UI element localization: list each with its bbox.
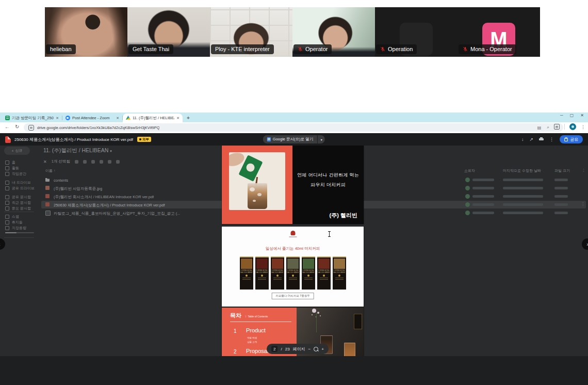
tab-close-icon[interactable]: ✕: [116, 116, 119, 120]
zoom-indicator-icon[interactable]: ⌕: [547, 125, 549, 130]
more-options-icon[interactable]: ⋮: [549, 137, 554, 142]
link-icon[interactable]: [108, 160, 111, 164]
site-settings-icon[interactable]: [28, 125, 34, 131]
downloads-icon[interactable]: [554, 124, 560, 130]
product-label: COFFEE MONG DA COLD BREW: [302, 270, 315, 274]
tab-title: 기관 방문미팅 기록_250718.xl: [12, 116, 54, 121]
open-with-dropdown[interactable]: ▾: [318, 135, 325, 143]
download-icon[interactable]: ↓: [521, 137, 524, 142]
column-header-size[interactable]: 파일 크기: [554, 168, 570, 173]
sidebar-item-workspaces[interactable]: 작업공간: [5, 171, 26, 177]
trash-icon[interactable]: [100, 160, 103, 164]
previous-page-button[interactable]: ‹: [0, 238, 5, 250]
share-button[interactable]: 공유: [560, 135, 583, 143]
tab-sheets[interactable]: 기관 방문미팅 기록_250718.xl ✕: [2, 114, 62, 122]
move-icon[interactable]: [91, 160, 95, 164]
profile-avatar[interactable]: [569, 123, 576, 130]
new-tab-button[interactable]: +: [187, 115, 190, 121]
file-name: contents: [54, 178, 68, 183]
download-icon[interactable]: [83, 160, 87, 164]
pdf-file-icon: [45, 202, 50, 206]
product-label: COFFEE MONG DA COLD BREW: [255, 270, 269, 274]
participant-tile-helieban[interactable]: helieban: [45, 7, 127, 57]
open-in-new-icon[interactable]: ↗: [529, 137, 533, 142]
maximize-button[interactable]: ▢: [570, 113, 574, 118]
column-header-owner[interactable]: 소유자: [464, 168, 475, 173]
sidebar-item-shared-drives[interactable]: 공유 드라이브: [5, 186, 35, 191]
column-header-more-icon[interactable]: ⋮: [582, 168, 585, 172]
open-with-button[interactable]: Google 문서(으)로 열기: [263, 135, 317, 143]
participant-tile-ploy[interactable]: Ploy - KTE interpreter: [210, 7, 292, 57]
minimize-button[interactable]: ─: [560, 113, 563, 118]
more-options-icon[interactable]: [116, 160, 120, 164]
back-icon[interactable]: ←: [5, 124, 10, 130]
participant-tile-operator[interactable]: Operator: [292, 7, 375, 57]
zoom-magnifier-icon[interactable]: [314, 347, 318, 351]
product-line: [304, 278, 313, 278]
plus-icon: +: [11, 149, 13, 153]
tab-close-icon[interactable]: ✕: [176, 116, 179, 120]
participant-name: Operation: [388, 46, 413, 52]
column-header-modified[interactable]: 마지막으로 수정한 날짜: [503, 168, 541, 173]
flower-shape: [312, 309, 316, 313]
clear-selection-icon[interactable]: ✕: [43, 159, 47, 164]
page-number-input[interactable]: 2: [271, 346, 277, 352]
next-page-button[interactable]: ›: [582, 238, 588, 250]
product-label: COFFEE MONG DA COLD BREW: [240, 270, 253, 274]
tab-drive-active[interactable]: 11. (주)헬리빈 / HELIBEAN - G ✕: [123, 114, 183, 122]
muted-mic-icon: [463, 46, 468, 52]
column-label: 이름: [45, 169, 53, 172]
print-icon[interactable]: [539, 137, 544, 141]
cover-headline-line1: 언제 어디서나 간편하게 먹는: [292, 172, 364, 179]
owner-name-dimmed: [472, 195, 494, 198]
sidebar-item-label: 휴지통: [12, 220, 23, 225]
sidebar-item-label: 공유 문서함: [12, 195, 31, 200]
sidebar-item-activity[interactable]: 활동: [5, 166, 19, 171]
sidebar-item-shared-with-me[interactable]: 공유 문서함: [5, 195, 31, 200]
folder-dropdown-icon: ▾: [110, 149, 112, 153]
participant-tile-mona[interactable]: M Mona - Operator: [458, 7, 540, 57]
new-button-label: 신규: [15, 148, 23, 153]
file-name: (주)헬리빈 사업자등록증.jpg: [54, 186, 102, 191]
participant-tile-get-taste-thai[interactable]: Get Taste Thai: [127, 7, 210, 57]
toolbar-separator: [564, 124, 565, 130]
product-art: [256, 259, 268, 269]
zoom-out-icon[interactable]: −: [308, 347, 311, 351]
chevron-left-icon: ‹: [0, 242, 1, 247]
close-button[interactable]: ✕: [580, 113, 584, 118]
pdf-slide-products[interactable]: 일상에서 즐기는 40ml 더치커피 COFFEE MONG DA COLD B…: [222, 227, 364, 307]
url-input[interactable]: drive.google.com/drive/folders/1xoXk3kU8…: [24, 123, 563, 132]
sidebar-item-spam[interactable]: 스팸: [5, 214, 19, 219]
owner-name-dimmed: [472, 179, 494, 181]
column-header-name[interactable]: 이름 ↑: [45, 168, 55, 173]
tab-zoom[interactable]: Post Attendee - Zoom ✕: [62, 114, 122, 122]
zoom-in-icon[interactable]: +: [321, 347, 324, 351]
reading-mode-icon[interactable]: ▤: [537, 125, 542, 130]
row-more-icon[interactable]: ⋮: [581, 202, 585, 206]
share-user-icon[interactable]: [75, 160, 78, 164]
product-box: COFFEE MONG DA COLD BREW: [271, 256, 284, 290]
sidebar-item-trash[interactable]: 휴지통: [5, 220, 23, 225]
participant-tile-operation[interactable]: Operation: [375, 7, 458, 57]
my-drive-icon: [5, 181, 9, 185]
company-name: (주) 헬리빈: [330, 212, 357, 219]
pdf-slide-cover[interactable]: 언제 어디서나 간편하게 먹는 파우치 더치커피 (주) 헬리빈: [222, 145, 364, 224]
sidebar-item-starred[interactable]: 중요 문서함: [5, 206, 31, 211]
muted-mic-icon: [298, 46, 303, 52]
sidebar-item-label: 공유 드라이브: [12, 186, 35, 191]
drive-folder-title[interactable]: 11. (주)헬리빈 / HELIBEAN ▾: [43, 147, 112, 154]
browser-menu-icon[interactable]: ⋮: [581, 124, 585, 130]
sidebar-divider: [4, 237, 34, 238]
sidebar-item-storage[interactable]: 저장용량: [5, 226, 26, 231]
iced-glass-shape: [248, 183, 267, 209]
sidebar-item-recent[interactable]: 최근 문서함: [5, 200, 31, 205]
reload-icon[interactable]: ↻: [15, 124, 19, 130]
product-dot: [292, 275, 294, 277]
home-icon: [5, 161, 9, 165]
sort-up-icon: ↑: [54, 169, 56, 172]
sidebar-item-my-drive[interactable]: 내 드라이브: [5, 180, 31, 185]
drive-new-button[interactable]: + 신규: [4, 147, 30, 155]
tab-close-icon[interactable]: ✕: [56, 116, 59, 120]
sidebar-item-home[interactable]: 홈: [5, 160, 15, 165]
product-line: [289, 279, 297, 280]
